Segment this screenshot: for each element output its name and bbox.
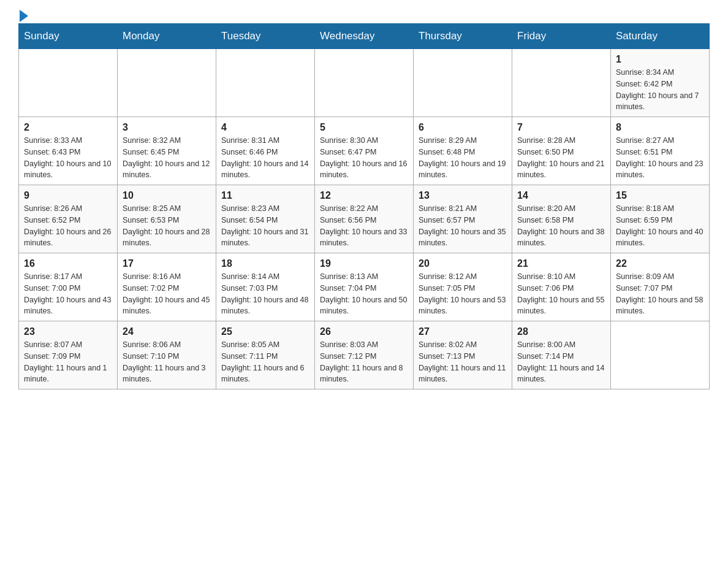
day-number: 23 (24, 326, 112, 337)
calendar-header-sunday: Sunday (19, 24, 118, 49)
day-info: Sunrise: 8:09 AMSunset: 7:07 PMDaylight:… (616, 271, 704, 317)
day-info: Sunrise: 8:10 AMSunset: 7:06 PMDaylight:… (517, 271, 605, 317)
day-info: Sunrise: 8:31 AMSunset: 6:46 PMDaylight:… (221, 135, 309, 181)
calendar-cell: 24Sunrise: 8:06 AMSunset: 7:10 PMDayligh… (118, 321, 216, 389)
calendar-cell (19, 49, 118, 117)
calendar-header-saturday: Saturday (611, 24, 710, 49)
day-number: 10 (123, 190, 211, 201)
day-number: 17 (123, 258, 211, 269)
day-info: Sunrise: 8:13 AMSunset: 7:04 PMDaylight:… (320, 271, 408, 317)
calendar-cell: 9Sunrise: 8:26 AMSunset: 6:52 PMDaylight… (19, 185, 118, 253)
calendar-cell: 13Sunrise: 8:21 AMSunset: 6:57 PMDayligh… (414, 185, 512, 253)
logo-general-text (18, 12, 28, 22)
calendar-cell (118, 49, 216, 117)
day-info: Sunrise: 8:30 AMSunset: 6:47 PMDaylight:… (320, 135, 408, 181)
day-number: 6 (419, 122, 507, 133)
calendar-header-wednesday: Wednesday (315, 24, 414, 49)
calendar-cell: 20Sunrise: 8:12 AMSunset: 7:05 PMDayligh… (414, 253, 512, 321)
day-number: 5 (320, 122, 408, 133)
calendar-cell (611, 321, 710, 389)
calendar-cell: 16Sunrise: 8:17 AMSunset: 7:00 PMDayligh… (19, 253, 118, 321)
day-info: Sunrise: 8:22 AMSunset: 6:56 PMDaylight:… (320, 203, 408, 249)
day-info: Sunrise: 8:05 AMSunset: 7:11 PMDaylight:… (221, 339, 309, 385)
day-info: Sunrise: 8:33 AMSunset: 6:43 PMDaylight:… (24, 135, 112, 181)
calendar-header-monday: Monday (118, 24, 216, 49)
day-info: Sunrise: 8:07 AMSunset: 7:09 PMDaylight:… (24, 339, 112, 385)
calendar-cell: 26Sunrise: 8:03 AMSunset: 7:12 PMDayligh… (315, 321, 414, 389)
day-number: 22 (616, 258, 704, 269)
day-number: 15 (616, 190, 704, 201)
calendar-cell: 21Sunrise: 8:10 AMSunset: 7:06 PMDayligh… (512, 253, 611, 321)
day-number: 28 (517, 326, 605, 337)
calendar-cell: 23Sunrise: 8:07 AMSunset: 7:09 PMDayligh… (19, 321, 118, 389)
calendar-cell: 18Sunrise: 8:14 AMSunset: 7:03 PMDayligh… (216, 253, 315, 321)
day-info: Sunrise: 8:21 AMSunset: 6:57 PMDaylight:… (419, 203, 507, 249)
day-info: Sunrise: 8:12 AMSunset: 7:05 PMDaylight:… (419, 271, 507, 317)
day-number: 13 (419, 190, 507, 201)
calendar-table: SundayMondayTuesdayWednesdayThursdayFrid… (18, 23, 710, 389)
day-number: 20 (419, 258, 507, 269)
calendar-week-row: 23Sunrise: 8:07 AMSunset: 7:09 PMDayligh… (19, 321, 710, 389)
header (18, 12, 710, 17)
logo-triangle-icon (20, 10, 28, 22)
day-info: Sunrise: 8:14 AMSunset: 7:03 PMDaylight:… (221, 271, 309, 317)
day-number: 9 (24, 190, 112, 201)
day-number: 12 (320, 190, 408, 201)
logo (18, 12, 28, 17)
calendar-cell: 15Sunrise: 8:18 AMSunset: 6:59 PMDayligh… (611, 185, 710, 253)
day-info: Sunrise: 8:00 AMSunset: 7:14 PMDaylight:… (517, 339, 605, 385)
calendar-cell: 10Sunrise: 8:25 AMSunset: 6:53 PMDayligh… (118, 185, 216, 253)
day-info: Sunrise: 8:06 AMSunset: 7:10 PMDaylight:… (123, 339, 211, 385)
calendar-cell (315, 49, 414, 117)
calendar-cell: 4Sunrise: 8:31 AMSunset: 6:46 PMDaylight… (216, 117, 315, 185)
day-number: 2 (24, 122, 112, 133)
day-number: 4 (221, 122, 309, 133)
calendar-header-thursday: Thursday (414, 24, 512, 49)
day-number: 26 (320, 326, 408, 337)
calendar-cell (414, 49, 512, 117)
calendar-cell: 14Sunrise: 8:20 AMSunset: 6:58 PMDayligh… (512, 185, 611, 253)
calendar-cell: 19Sunrise: 8:13 AMSunset: 7:04 PMDayligh… (315, 253, 414, 321)
day-number: 27 (419, 326, 507, 337)
calendar-cell: 6Sunrise: 8:29 AMSunset: 6:48 PMDaylight… (414, 117, 512, 185)
day-number: 1 (616, 54, 704, 65)
day-number: 14 (517, 190, 605, 201)
calendar-week-row: 9Sunrise: 8:26 AMSunset: 6:52 PMDaylight… (19, 185, 710, 253)
day-info: Sunrise: 8:23 AMSunset: 6:54 PMDaylight:… (221, 203, 309, 249)
calendar-week-row: 2Sunrise: 8:33 AMSunset: 6:43 PMDaylight… (19, 117, 710, 185)
day-number: 21 (517, 258, 605, 269)
calendar-header-friday: Friday (512, 24, 611, 49)
calendar-cell: 7Sunrise: 8:28 AMSunset: 6:50 PMDaylight… (512, 117, 611, 185)
day-info: Sunrise: 8:20 AMSunset: 6:58 PMDaylight:… (517, 203, 605, 249)
day-number: 3 (123, 122, 211, 133)
calendar-cell: 11Sunrise: 8:23 AMSunset: 6:54 PMDayligh… (216, 185, 315, 253)
day-info: Sunrise: 8:26 AMSunset: 6:52 PMDaylight:… (24, 203, 112, 249)
calendar-week-row: 1Sunrise: 8:34 AMSunset: 6:42 PMDaylight… (19, 49, 710, 117)
calendar-cell (512, 49, 611, 117)
day-info: Sunrise: 8:29 AMSunset: 6:48 PMDaylight:… (419, 135, 507, 181)
day-number: 18 (221, 258, 309, 269)
day-info: Sunrise: 8:27 AMSunset: 6:51 PMDaylight:… (616, 135, 704, 181)
calendar-cell: 8Sunrise: 8:27 AMSunset: 6:51 PMDaylight… (611, 117, 710, 185)
day-number: 8 (616, 122, 704, 133)
day-info: Sunrise: 8:28 AMSunset: 6:50 PMDaylight:… (517, 135, 605, 181)
calendar-cell: 25Sunrise: 8:05 AMSunset: 7:11 PMDayligh… (216, 321, 315, 389)
day-info: Sunrise: 8:18 AMSunset: 6:59 PMDaylight:… (616, 203, 704, 249)
day-info: Sunrise: 8:17 AMSunset: 7:00 PMDaylight:… (24, 271, 112, 317)
day-info: Sunrise: 8:03 AMSunset: 7:12 PMDaylight:… (320, 339, 408, 385)
day-number: 7 (517, 122, 605, 133)
calendar-cell: 1Sunrise: 8:34 AMSunset: 6:42 PMDaylight… (611, 49, 710, 117)
calendar-header-row: SundayMondayTuesdayWednesdayThursdayFrid… (19, 24, 710, 49)
calendar-cell: 27Sunrise: 8:02 AMSunset: 7:13 PMDayligh… (414, 321, 512, 389)
calendar-header-tuesday: Tuesday (216, 24, 315, 49)
calendar-cell (216, 49, 315, 117)
day-number: 16 (24, 258, 112, 269)
calendar-cell: 12Sunrise: 8:22 AMSunset: 6:56 PMDayligh… (315, 185, 414, 253)
calendar-cell: 5Sunrise: 8:30 AMSunset: 6:47 PMDaylight… (315, 117, 414, 185)
day-number: 25 (221, 326, 309, 337)
calendar-cell: 22Sunrise: 8:09 AMSunset: 7:07 PMDayligh… (611, 253, 710, 321)
day-number: 19 (320, 258, 408, 269)
calendar-week-row: 16Sunrise: 8:17 AMSunset: 7:00 PMDayligh… (19, 253, 710, 321)
day-info: Sunrise: 8:16 AMSunset: 7:02 PMDaylight:… (123, 271, 211, 317)
calendar-cell: 28Sunrise: 8:00 AMSunset: 7:14 PMDayligh… (512, 321, 611, 389)
